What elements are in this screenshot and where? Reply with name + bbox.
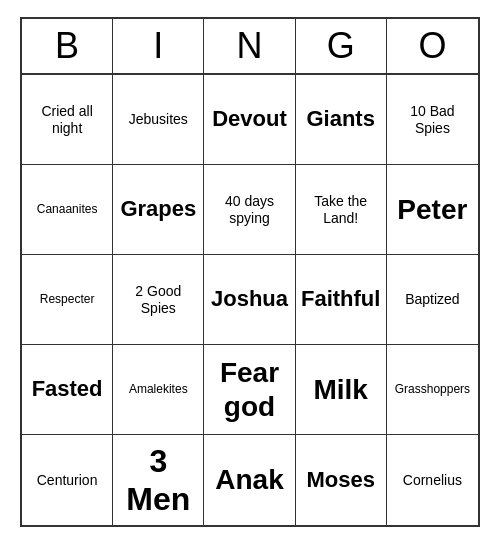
bingo-cell: Amalekites <box>113 345 204 435</box>
cell-text: Grasshoppers <box>395 382 470 396</box>
bingo-cell: Fear god <box>204 345 295 435</box>
bingo-cell: 2 Good Spies <box>113 255 204 345</box>
bingo-header: BINGO <box>22 19 478 75</box>
cell-text: Milk <box>313 373 367 407</box>
cell-text: Moses <box>306 467 374 493</box>
bingo-cell: Joshua <box>204 255 295 345</box>
cell-text: Cornelius <box>403 472 462 489</box>
bingo-cell: Take the Land! <box>296 165 387 255</box>
cell-text: Peter <box>397 193 467 227</box>
cell-text: Canaanites <box>37 202 98 216</box>
header-letter: N <box>204 19 295 73</box>
bingo-cell: Cornelius <box>387 435 478 525</box>
bingo-cell: Jebusites <box>113 75 204 165</box>
cell-text: Centurion <box>37 472 98 489</box>
cell-text: Respecter <box>40 292 95 306</box>
bingo-cell: Centurion <box>22 435 113 525</box>
header-letter: I <box>113 19 204 73</box>
bingo-cell: Canaanites <box>22 165 113 255</box>
bingo-cell: Grasshoppers <box>387 345 478 435</box>
cell-text: Fasted <box>32 376 103 402</box>
bingo-cell: Peter <box>387 165 478 255</box>
header-letter: G <box>296 19 387 73</box>
bingo-cell: Grapes <box>113 165 204 255</box>
bingo-cell: 40 days spying <box>204 165 295 255</box>
cell-text: Faithful <box>301 286 380 312</box>
bingo-cell: Devout <box>204 75 295 165</box>
cell-text: Devout <box>212 106 287 132</box>
cell-text: Giants <box>306 106 374 132</box>
bingo-grid: Cried all nightJebusitesDevoutGiants10 B… <box>22 75 478 525</box>
bingo-cell: Anak <box>204 435 295 525</box>
cell-text: 10 Bad Spies <box>391 103 474 137</box>
bingo-cell: Giants <box>296 75 387 165</box>
bingo-cell: Milk <box>296 345 387 435</box>
bingo-card: BINGO Cried all nightJebusitesDevoutGian… <box>20 17 480 527</box>
cell-text: Fear god <box>208 356 290 423</box>
cell-text: 2 Good Spies <box>117 283 199 317</box>
bingo-cell: Baptized <box>387 255 478 345</box>
bingo-cell: Faithful <box>296 255 387 345</box>
bingo-cell: Cried all night <box>22 75 113 165</box>
bingo-cell: Respecter <box>22 255 113 345</box>
cell-text: Jebusites <box>129 111 188 128</box>
bingo-cell: 10 Bad Spies <box>387 75 478 165</box>
bingo-cell: Fasted <box>22 345 113 435</box>
header-letter: B <box>22 19 113 73</box>
bingo-cell: Moses <box>296 435 387 525</box>
cell-text: Grapes <box>120 196 196 222</box>
cell-text: 3 Men <box>117 442 199 519</box>
cell-text: Joshua <box>211 286 288 312</box>
header-letter: O <box>387 19 478 73</box>
cell-text: Cried all night <box>26 103 108 137</box>
cell-text: 40 days spying <box>208 193 290 227</box>
cell-text: Baptized <box>405 291 459 308</box>
cell-text: Take the Land! <box>300 193 382 227</box>
cell-text: Anak <box>215 463 283 497</box>
cell-text: Amalekites <box>129 382 188 396</box>
bingo-cell: 3 Men <box>113 435 204 525</box>
